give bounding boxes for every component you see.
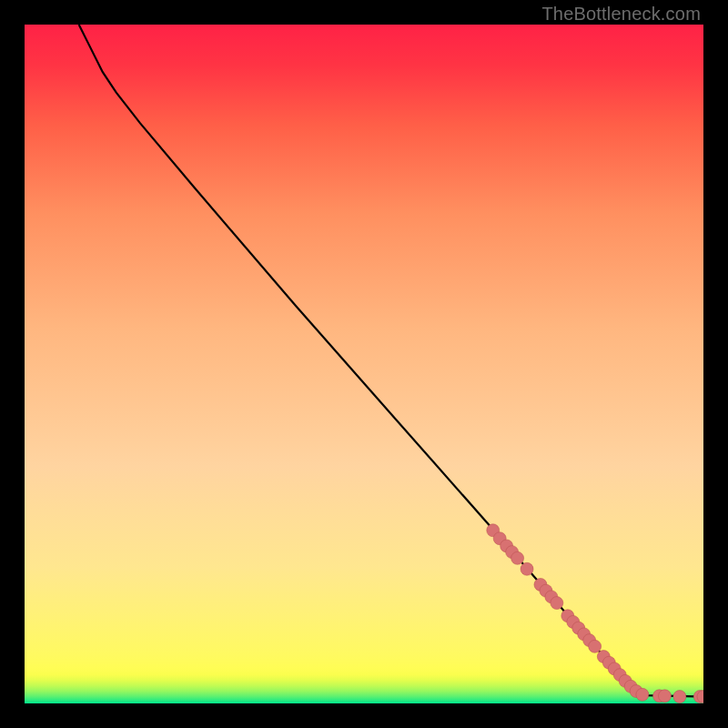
attribution-text: TheBottleneck.com xyxy=(541,4,701,25)
data-marker xyxy=(673,691,686,703)
chart-svg xyxy=(25,25,703,703)
data-marker xyxy=(589,640,602,652)
chart-frame: TheBottleneck.com xyxy=(0,0,728,728)
data-marker xyxy=(511,551,524,564)
data-marker xyxy=(658,690,671,703)
data-marker xyxy=(521,562,533,575)
data-marker xyxy=(636,688,649,701)
markers-group xyxy=(487,524,703,703)
plot-area xyxy=(25,25,703,703)
data-marker xyxy=(551,597,563,610)
curve-line xyxy=(79,25,703,697)
